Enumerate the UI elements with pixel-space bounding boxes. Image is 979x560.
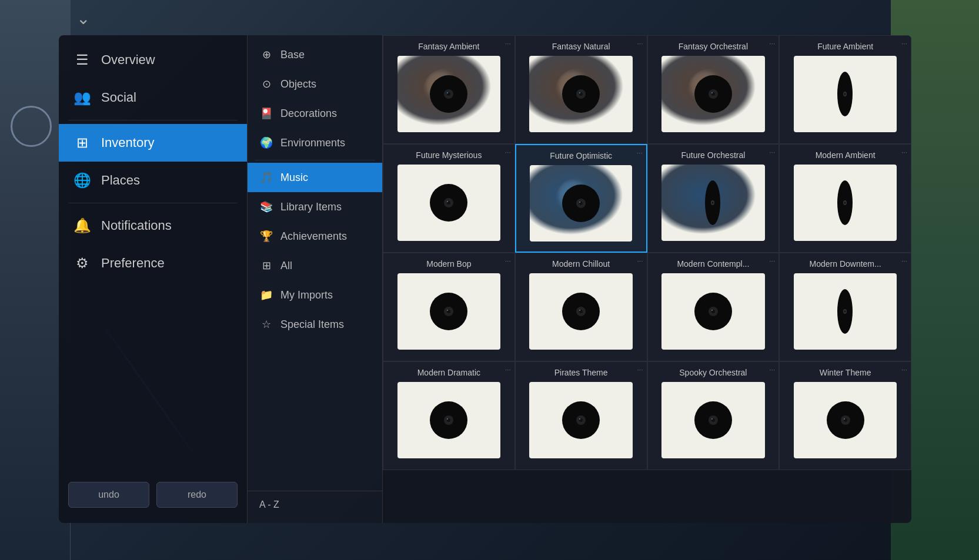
- disc-svg-modern-downtem: [829, 288, 861, 335]
- grid-item-title-future-mysterious: Future Mysterious: [388, 150, 510, 160]
- disc-svg-fantasy-natural: [554, 68, 607, 120]
- grid-item-image-modern-contempl: [661, 273, 765, 350]
- grid-item-pirates-theme[interactable]: ··· Pirates Theme: [515, 361, 647, 470]
- sidebar-item-notifications[interactable]: 🔔 Notifications: [59, 207, 247, 244]
- svg-point-21: [447, 201, 448, 202]
- overflow-icon-winter-theme[interactable]: ···: [901, 365, 907, 374]
- overflow-icon-modern-chillout[interactable]: ···: [637, 257, 643, 265]
- svg-point-51: [447, 418, 448, 420]
- music-grid: ··· Fantasy Ambient ··· Fantasy Natural: [383, 35, 911, 470]
- disc-svg-fantasy-orchestral: [687, 68, 740, 120]
- grid-item-title-fantasy-ambient: Fantasy Ambient: [388, 42, 510, 51]
- disc-svg-modern-chillout: [554, 285, 607, 338]
- submenu-item-special-items[interactable]: ☆ Special Items: [248, 310, 382, 339]
- grid-item-title-modern-dramatic: Modern Dramatic: [388, 368, 510, 377]
- grid-item-title-fantasy-natural: Fantasy Natural: [520, 42, 642, 51]
- grid-item-modern-dramatic[interactable]: ··· Modern Dramatic: [383, 361, 515, 470]
- sidebar: ☰ Overview 👥 Social ⊞ Inventory 🌐 Places…: [59, 35, 247, 523]
- svg-point-14: [711, 92, 713, 93]
- grid-item-title-modern-chillout: Modern Chillout: [520, 259, 642, 269]
- overflow-icon-fantasy-ambient[interactable]: ···: [505, 39, 511, 48]
- grid-item-title-pirates-theme: Pirates Theme: [520, 368, 642, 377]
- sidebar-label-inventory: Inventory: [101, 135, 155, 150]
- grid-item-spooky-orchestral[interactable]: ··· Spooky Orchestral: [647, 361, 780, 470]
- grid-item-modern-contempl[interactable]: ··· Modern Contempl...: [647, 253, 780, 361]
- overflow-icon-pirates-theme[interactable]: ···: [637, 365, 643, 374]
- grid-item-future-mysterious[interactable]: ··· Future Mysterious: [383, 144, 515, 253]
- submenu-icon-environments: 🌍: [259, 136, 273, 149]
- submenu-item-music[interactable]: 🎵 Music: [248, 163, 382, 192]
- submenu-icon-all: ⊞: [259, 259, 273, 272]
- disc-svg-future-optimistic: [554, 177, 607, 230]
- submenu-item-decorations[interactable]: 🎴 Decorations: [248, 99, 382, 128]
- grid-item-fantasy-ambient[interactable]: ··· Fantasy Ambient: [383, 35, 515, 144]
- overflow-icon-modern-bop[interactable]: ···: [505, 257, 511, 265]
- undo-button[interactable]: undo: [68, 482, 149, 508]
- grid-item-modern-chillout[interactable]: ··· Modern Chillout: [515, 253, 647, 361]
- sidebar-icon-overview: ☰: [73, 52, 92, 68]
- overflow-icon-future-ambient[interactable]: ···: [901, 39, 907, 48]
- grid-item-title-future-orchestral: Future Orchestral: [653, 150, 774, 160]
- submenu-label-decorations: Decorations: [280, 108, 337, 120]
- grid-item-image-future-orchestral: [661, 165, 765, 241]
- sort-bar[interactable]: A - Z: [248, 491, 382, 518]
- overflow-icon-future-optimistic[interactable]: ···: [636, 149, 642, 157]
- sidebar-label-overview: Overview: [101, 52, 155, 68]
- overflow-icon-fantasy-natural[interactable]: ···: [637, 39, 643, 48]
- overflow-icon-modern-downtem[interactable]: ···: [901, 257, 907, 265]
- overflow-icon-future-mysterious[interactable]: ···: [505, 148, 511, 156]
- submenu-icon-special-items: ☆: [259, 318, 273, 331]
- overflow-icon-fantasy-orchestral[interactable]: ···: [769, 39, 775, 48]
- svg-point-47: [844, 310, 846, 313]
- grid-item-future-ambient[interactable]: ··· Future Ambient: [779, 35, 911, 144]
- submenu-label-base: Base: [280, 49, 305, 61]
- sidebar-item-inventory[interactable]: ⊞ Inventory: [59, 124, 247, 162]
- sidebar-item-overview[interactable]: ☰ Overview: [59, 41, 247, 79]
- sidebar-label-social: Social: [101, 90, 136, 105]
- sidebar-item-places[interactable]: 🌐 Places: [59, 162, 247, 199]
- svg-point-9: [579, 92, 580, 93]
- grid-item-future-orchestral[interactable]: ··· Future Orchestral: [647, 144, 780, 253]
- grid-item-title-modern-ambient: Modern Ambient: [784, 150, 906, 160]
- grid-item-image-modern-dramatic: [397, 382, 501, 458]
- submenu-item-my-imports[interactable]: 📁 My Imports: [248, 280, 382, 310]
- submenu-label-my-imports: My Imports: [280, 289, 333, 301]
- grid-item-modern-downtem[interactable]: ··· Modern Downtem...: [779, 253, 911, 361]
- disc-svg-future-orchestral: [697, 179, 729, 226]
- grid-item-title-modern-contempl: Modern Contempl...: [653, 259, 774, 269]
- submenu-icon-music: 🎵: [259, 171, 273, 184]
- submenu-item-library-items[interactable]: 📚 Library Items: [248, 192, 382, 222]
- overflow-icon-spooky-orchestral[interactable]: ···: [769, 365, 775, 374]
- grid-item-title-future-optimistic: Future Optimistic: [521, 151, 641, 160]
- submenu-label-library-items: Library Items: [280, 201, 342, 213]
- grid-item-image-future-optimistic: [530, 165, 632, 242]
- submenu-item-all[interactable]: ⊞ All: [248, 251, 382, 280]
- submenu-item-environments[interactable]: 🌍 Environments: [248, 128, 382, 157]
- svg-point-63: [844, 418, 845, 420]
- sidebar-item-preferences[interactable]: ⚙ Preference: [59, 244, 247, 282]
- overflow-icon-future-orchestral[interactable]: ···: [769, 148, 775, 156]
- grid-item-fantasy-orchestral[interactable]: ··· Fantasy Orchestral: [647, 35, 780, 144]
- svg-point-44: [711, 310, 713, 311]
- submenu-item-objects[interactable]: ⊙ Objects: [248, 69, 382, 99]
- redo-button[interactable]: redo: [156, 482, 238, 508]
- grid-item-fantasy-natural[interactable]: ··· Fantasy Natural: [515, 35, 647, 144]
- grid-item-image-spooky-orchestral: [661, 382, 765, 458]
- submenu-label-achievements: Achievements: [280, 230, 347, 243]
- grid-item-winter-theme[interactable]: ··· Winter Theme: [779, 361, 911, 470]
- submenu-item-base[interactable]: ⊕ Base: [248, 40, 382, 69]
- submenu-icon-achievements: 🏆: [259, 230, 273, 243]
- sidebar-item-social[interactable]: 👥 Social: [59, 79, 247, 116]
- grid-item-modern-bop[interactable]: ··· Modern Bop: [383, 253, 515, 361]
- grid-item-image-future-ambient: [794, 56, 897, 132]
- grid-item-image-modern-ambient: [794, 165, 897, 241]
- submenu-label-music: Music: [280, 172, 308, 184]
- overflow-icon-modern-contempl[interactable]: ···: [769, 257, 775, 265]
- overflow-icon-modern-dramatic[interactable]: ···: [505, 365, 511, 374]
- content-area: ··· Fantasy Ambient ··· Fantasy Natural: [382, 35, 911, 523]
- grid-item-future-optimistic[interactable]: ··· Future Optimistic: [515, 144, 647, 253]
- submenu-item-achievements[interactable]: 🏆 Achievements: [248, 222, 382, 251]
- grid-item-title-modern-downtem: Modern Downtem...: [784, 259, 906, 269]
- grid-item-modern-ambient[interactable]: ··· Modern Ambient: [779, 144, 911, 253]
- overflow-icon-modern-ambient[interactable]: ···: [901, 148, 907, 156]
